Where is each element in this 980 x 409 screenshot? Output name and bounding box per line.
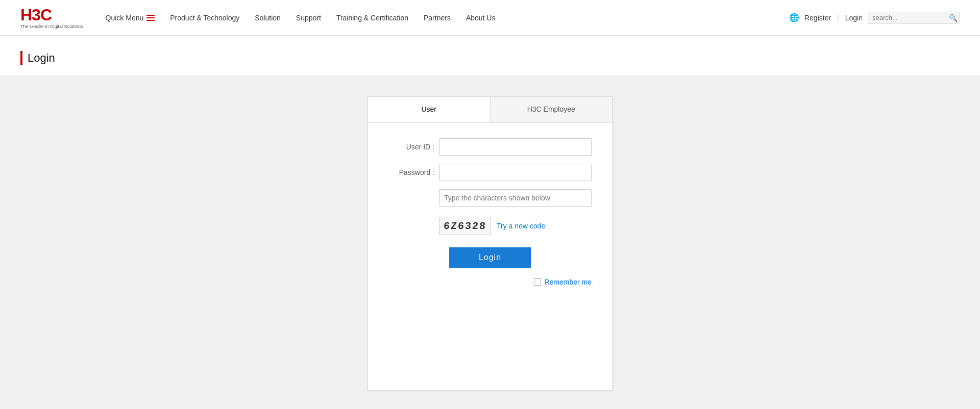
quick-menu-label: Quick Menu (106, 14, 144, 22)
login-btn-row: Login (388, 247, 592, 268)
captcha-input[interactable] (439, 189, 592, 207)
nav-about[interactable]: About Us (459, 14, 503, 22)
password-input[interactable] (439, 164, 592, 181)
nav-quick-menu[interactable]: Quick Menu (99, 14, 162, 22)
search-input[interactable] (872, 14, 949, 21)
register-link[interactable]: Register (804, 14, 831, 22)
try-new-code-link[interactable]: Try a new code (497, 222, 545, 230)
captcha-image: 6Z6328 (439, 217, 491, 235)
title-bar-decoration (20, 51, 22, 65)
header-right: 🌐 Register | Login 🔍 (789, 12, 960, 24)
nav-partners[interactable]: Partners (416, 14, 458, 22)
main-content: User H3C Employee User ID : Password : (0, 76, 980, 409)
page-title-area: Login (0, 36, 980, 76)
login-link[interactable]: Login (845, 14, 863, 22)
captcha-input-row (388, 189, 592, 207)
tab-user[interactable]: User (368, 97, 491, 122)
nav-menu: Quick Menu Product & Technology Solution… (99, 14, 789, 22)
hamburger-icon (146, 15, 155, 21)
remember-label[interactable]: Remember me (544, 278, 592, 286)
logo-tagline: The Leader in Digital Solutions (20, 24, 83, 29)
logo-text: H3C (20, 7, 83, 23)
remember-checkbox[interactable] (534, 278, 541, 286)
nav-training[interactable]: Training & Certification (329, 14, 415, 22)
remember-row: Remember me (388, 278, 592, 286)
search-button[interactable]: 🔍 (949, 14, 958, 22)
userid-row: User ID : (388, 138, 592, 156)
search-box: 🔍 (868, 12, 960, 24)
nav-support[interactable]: Support (289, 14, 328, 22)
login-button[interactable]: Login (449, 247, 531, 268)
captcha-text: 6Z6328 (443, 220, 487, 232)
tab-employee[interactable]: H3C Employee (491, 97, 612, 122)
captcha-image-row: 6Z6328 Try a new code (388, 217, 592, 235)
nav-product[interactable]: Product & Technology (163, 14, 247, 22)
globe-icon[interactable]: 🌐 (789, 13, 799, 22)
nav-solution[interactable]: Solution (248, 14, 288, 22)
page-title-text: Login (28, 52, 55, 65)
userid-input[interactable] (439, 138, 592, 156)
password-label: Password : (388, 168, 439, 176)
userid-label: User ID : (388, 143, 439, 151)
login-card: User H3C Employee User ID : Password : (368, 96, 612, 391)
page-title: Login (20, 51, 960, 65)
header-divider: | (837, 14, 839, 22)
header: H3C The Leader in Digital Solutions Quic… (0, 0, 980, 36)
password-row: Password : (388, 164, 592, 181)
login-tabs: User H3C Employee (368, 97, 612, 123)
logo[interactable]: H3C The Leader in Digital Solutions (20, 7, 83, 29)
login-form: User ID : Password : 6Z6328 (368, 123, 612, 301)
